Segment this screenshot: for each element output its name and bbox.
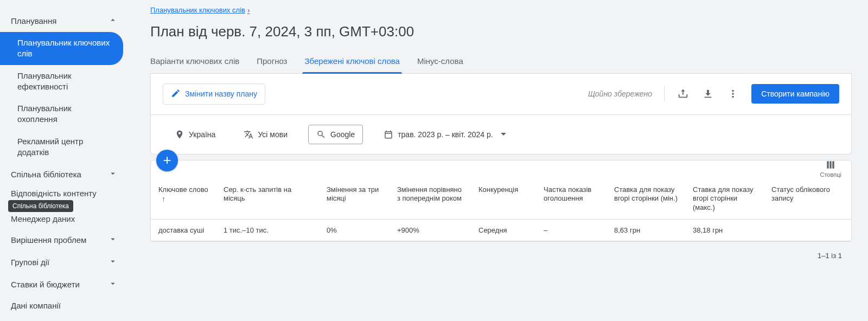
tab-keyword-ideas[interactable]: Варіанти ключових слів [150,51,239,73]
chevron-down-icon [108,169,118,180]
share-button[interactable] [676,87,690,100]
filter-language-label: Усі мови [258,130,288,139]
sidebar-item-reach-planner[interactable]: Планувальник охоплення [0,98,123,131]
cell-account-status [764,220,851,241]
tab-negative-keywords[interactable]: Мінус-слова [417,51,463,73]
table-row[interactable]: доставка суші 1 тис.–10 тис. 0% +900% Се… [151,220,851,241]
sidebar-section-label: Вирішення проблем [11,235,86,245]
cell-competition: Середня [471,220,536,241]
chevron-up-icon [108,15,118,27]
sidebar-section-bids-budgets[interactable]: Ставки й бюджети [0,273,129,296]
translate-icon [244,130,253,139]
tabs: Варіанти ключових слів Прогноз Збережені… [150,51,852,74]
sidebar-section-troubleshooting[interactable]: Вирішення проблем [0,229,129,251]
chevron-down-icon [108,234,118,246]
download-button[interactable] [701,87,714,100]
breadcrumb[interactable]: Планувальник ключових слів › [150,6,250,15]
location-icon [175,130,184,139]
sidebar-section-label: Відповідність контенту [11,189,97,198]
tooltip: Спільна бібліотека [8,200,73,212]
share-icon [677,88,689,100]
filter-network-label: Google [330,130,355,139]
keywords-table-card: + Стовпці Ключове слово ↑ Сер. к-сть зап… [150,160,852,242]
sidebar-section-label: Групові дії [11,258,49,267]
rename-plan-button[interactable]: Змінити назву плану [163,84,265,105]
filter-location-label: Україна [189,130,215,139]
filter-network[interactable]: Google [308,125,363,144]
chevron-down-icon [108,279,118,290]
download-icon [702,88,714,100]
sidebar-section-label: Спільна бібліотека [11,170,81,179]
col-change-yoy[interactable]: Змінення порівняно з попереднім роком [390,179,471,220]
sidebar-section-bulk-actions[interactable]: Групові дії [0,251,129,273]
filter-date-label: трав. 2023 р. – квіт. 2024 р. [398,130,493,139]
cell-impr-share: – [536,220,607,241]
rename-plan-label: Змінити назву плану [185,89,257,98]
columns-label: Стовпці [820,171,841,178]
col-keyword[interactable]: Ключове слово ↑ [151,179,216,220]
page-title: План від черв. 7, 2024, 3 пп, GMT+03:00 [150,23,852,40]
columns-button[interactable]: Стовпці [820,159,841,178]
cell-keyword: доставка суші [151,220,216,241]
filter-language[interactable]: Усі мови [236,125,295,144]
dropdown-icon [501,133,506,136]
saved-status: Щойно збережено [588,89,652,98]
cell-bid-low: 8,63 грн [607,220,685,241]
sidebar-item-app-ad-center[interactable]: Рекламний центр додатків [0,131,123,164]
add-keyword-fab[interactable]: + [156,150,178,171]
sidebar-item-performance-planner[interactable]: Планувальник ефективності [0,65,123,98]
sort-asc-icon: ↑ [162,195,165,203]
cell-change-yoy: +900% [390,220,471,241]
divider [664,86,665,101]
calendar-icon [384,130,393,139]
chevron-down-icon [108,256,118,268]
sidebar-section-label: Ставки й бюджети [11,280,80,289]
toolbar: Змінити назву плану Щойно збережено Ство… [151,74,851,115]
plus-icon: + [163,152,171,169]
col-bid-high[interactable]: Ставка для показу вгорі сторінки (макс.) [685,179,764,220]
pagination: 1–1 із 1 [150,242,852,269]
sidebar-section-label: Дані компанії [11,301,61,310]
col-competition[interactable]: Конкуренція [471,179,536,220]
chevron-right-icon: › [247,6,250,15]
tab-saved-keywords[interactable]: Збережені ключові слова [304,51,399,73]
col-avg-monthly[interactable]: Сер. к-сть запитів на місяць [216,179,319,220]
cell-change-3m: 0% [319,220,390,241]
main-content: Планувальник ключових слів › План від че… [129,0,868,321]
more-button[interactable] [726,87,739,100]
cell-avg-monthly: 1 тис.–10 тис. [216,220,319,241]
col-bid-low[interactable]: Ставка для показу вгорі сторінки (мін.) [607,179,685,220]
filter-date-range[interactable]: трав. 2023 р. – квіт. 2024 р. [376,125,514,144]
columns-icon [825,159,836,170]
sidebar-item-keyword-planner[interactable]: Планувальник ключових слів [0,32,123,65]
breadcrumb-label: Планувальник ключових слів [150,6,245,14]
pencil-icon [171,88,181,100]
col-change-3m[interactable]: Змінення за три місяці [319,179,390,220]
sidebar: Планування Планувальник ключових слів Пл… [0,0,129,321]
sidebar-section-label: Планування [11,16,57,25]
sidebar-section-label: Менеджер даних [11,214,75,223]
search-icon [316,130,326,139]
filter-location[interactable]: Україна [167,125,223,144]
sidebar-section-shared-library[interactable]: Спільна бібліотека [0,163,129,185]
cell-bid-high: 38,18 грн [685,220,764,241]
sidebar-section-company-data[interactable]: Дані компанії [0,296,129,316]
col-impr-share[interactable]: Частка показів оголошення [536,179,607,220]
tab-forecast[interactable]: Прогноз [257,51,287,73]
keywords-table: Ключове слово ↑ Сер. к-сть запитів на мі… [151,179,851,242]
sidebar-section-content-suitability[interactable]: Відповідність контенту [0,185,129,201]
create-campaign-button[interactable]: Створити кампанію [751,84,839,104]
col-account-status[interactable]: Статус облікового запису [764,179,851,220]
sidebar-section-planning[interactable]: Планування [0,10,129,32]
filters-row: Україна Усі мови Google трав. 2023 р. – … [151,115,851,154]
more-vert-icon [727,88,739,100]
